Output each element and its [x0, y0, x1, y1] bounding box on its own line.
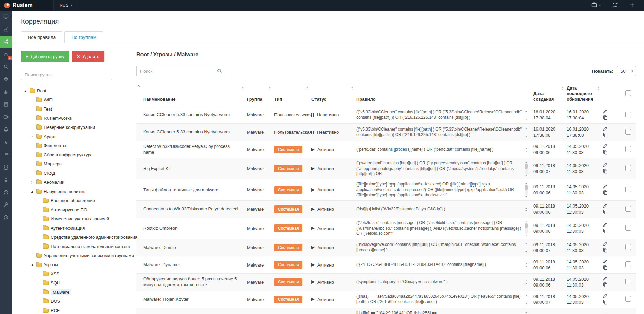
tree-item[interactable]: Test	[21, 104, 132, 114]
tree-item[interactable]: Malware	[21, 288, 132, 297]
scroll-up-icon[interactable]: ▲	[525, 127, 527, 129]
tree-item[interactable]: Аутентификация	[21, 223, 132, 233]
add-group-button[interactable]: + Добавить группу	[21, 51, 69, 62]
scroll-up-icon[interactable]: ▲	[525, 182, 527, 184]
row-checkbox[interactable]	[625, 129, 631, 135]
edit-icon[interactable]	[603, 276, 608, 282]
tree-caret-icon[interactable]: ◢	[30, 263, 34, 266]
scroll-down-icon[interactable]: ▼	[525, 282, 527, 285]
edit-icon[interactable]	[603, 203, 608, 209]
scroll-up-icon[interactable]: ▲	[525, 147, 527, 149]
copy-icon[interactable]	[603, 299, 608, 306]
tree-caret-icon[interactable]: ▷	[30, 135, 34, 138]
sort-carets-icon[interactable]: ▲▼	[351, 86, 353, 90]
scroll-down-icon[interactable]: ▼	[525, 135, 527, 138]
tree-item[interactable]: ◢Угрозы	[21, 260, 132, 269]
scroll-down-icon[interactable]: ▼	[525, 210, 527, 212]
language-dropdown[interactable]: RUS ▾	[54, 0, 78, 11]
edit-icon[interactable]	[603, 241, 608, 248]
sidebar-item-journal[interactable]	[0, 99, 12, 111]
scroll-up-icon[interactable]: ▲	[525, 110, 527, 112]
sort-carets-icon[interactable]: ▲▼	[242, 86, 244, 90]
row-checkbox[interactable]	[625, 244, 631, 250]
copy-icon[interactable]	[603, 150, 608, 156]
row-checkbox[interactable]	[625, 206, 631, 212]
tree-item[interactable]: Потенциально нежелательный контент	[21, 242, 132, 251]
column-header[interactable]: Дата создания▲▼	[531, 82, 564, 106]
sort-carets-icon[interactable]: ▲▼	[597, 86, 600, 90]
apps-menu-button[interactable]: ▾	[591, 2, 601, 9]
edit-icon[interactable]	[603, 162, 608, 169]
tree-caret-icon[interactable]: ◢	[30, 190, 34, 193]
tree-item[interactable]: WiFi	[21, 95, 132, 104]
scroll-up-icon[interactable]: ▲	[525, 220, 527, 223]
scroll-down-icon[interactable]: ▼	[525, 174, 527, 177]
sidebar-item-ban[interactable]	[0, 187, 12, 199]
rule-scrollbar[interactable]: ▲▼	[524, 147, 528, 152]
page-size-select[interactable]: 50 ▾	[617, 66, 636, 76]
scroll-up-icon[interactable]: ▲	[525, 161, 527, 163]
sidebar-item-correlation[interactable]	[0, 36, 12, 48]
tree-item[interactable]: XSS	[21, 269, 132, 278]
sidebar-item-list[interactable]	[0, 149, 12, 161]
column-header[interactable]: Группа▲▼	[244, 82, 271, 106]
rule-scrollbar[interactable]: ▲▼	[524, 182, 528, 198]
edit-icon[interactable]	[603, 184, 608, 190]
sidebar-item-bar-chart[interactable]	[0, 86, 12, 99]
tree-item[interactable]: DOS	[21, 297, 132, 306]
edit-icon[interactable]	[603, 143, 608, 150]
brand[interactable]: Rusiem	[0, 0, 54, 11]
scroll-down-icon[interactable]: ▼	[525, 150, 527, 152]
copy-icon[interactable]	[603, 209, 608, 215]
sidebar-item-euro[interactable]: €	[0, 136, 12, 149]
tree-item[interactable]: Rusiem-works	[21, 114, 132, 123]
scroll-down-icon[interactable]: ▼	[525, 302, 527, 305]
scroll-up-icon[interactable]: ▲	[525, 262, 527, 264]
scroll-down-icon[interactable]: ▼	[525, 234, 527, 236]
scroll-down-icon[interactable]: ▼	[525, 118, 527, 120]
row-checkbox[interactable]	[625, 279, 631, 284]
copy-icon[interactable]	[603, 248, 608, 254]
sidebar-item-fire[interactable]	[0, 174, 12, 187]
tree-item[interactable]: Маркеры	[21, 159, 132, 169]
tree-item[interactable]: ▷Аудит	[21, 132, 132, 141]
rule-scrollbar[interactable]: ▲▼	[524, 294, 528, 305]
scroll-down-icon[interactable]: ▼	[525, 196, 527, 198]
tree-item[interactable]: Внешнее обновление	[21, 196, 132, 205]
rule-scrollbar[interactable]: ▲▼	[524, 220, 528, 236]
sidebar-item-search[interactable]	[0, 61, 12, 74]
sidebar-item-wrench[interactable]	[0, 199, 12, 212]
copy-icon[interactable]	[603, 228, 608, 234]
row-checkbox[interactable]	[625, 146, 631, 152]
sidebar-item-video[interactable]	[0, 111, 12, 124]
tree-caret-icon[interactable]: ▷	[30, 180, 34, 184]
refresh-button[interactable]	[612, 2, 618, 9]
rule-scrollbar[interactable]: ▲▼	[524, 242, 528, 253]
tree-item[interactable]: Средства удаленного администрирования	[21, 233, 132, 242]
tree-item[interactable]: Фид-ленты	[21, 141, 132, 150]
copy-icon[interactable]	[603, 132, 608, 138]
tree-item[interactable]: SQLi	[21, 278, 132, 288]
edit-icon[interactable]	[603, 293, 608, 299]
rule-scrollbar[interactable]: ▲▼	[524, 311, 528, 314]
sidebar-item-database[interactable]	[0, 161, 12, 174]
tree-item[interactable]: Изменение учетных записей	[21, 214, 132, 223]
tree-caret-icon[interactable]: ◢	[23, 89, 27, 92]
row-checkbox[interactable]	[625, 261, 631, 267]
sidebar-item-line-chart[interactable]	[0, 23, 12, 36]
tree-item[interactable]: СКУД	[21, 169, 132, 178]
edit-icon[interactable]	[603, 126, 608, 132]
row-checkbox[interactable]	[625, 187, 631, 192]
tree-item[interactable]: Неверные конфигурации	[21, 123, 132, 132]
scroll-down-icon[interactable]: ▼	[525, 251, 527, 253]
tab-by-groups[interactable]: По группам	[64, 31, 103, 43]
tree-item[interactable]: Сбои в инфраструктуре	[21, 150, 132, 159]
scroll-up-icon[interactable]: ▲	[525, 279, 527, 282]
rule-scrollbar[interactable]: ▲▼	[524, 110, 528, 120]
row-checkbox[interactable]	[625, 165, 631, 171]
scroll-down-icon[interactable]: ▼	[525, 265, 527, 268]
edit-icon[interactable]	[603, 109, 608, 115]
scroll-up-icon[interactable]: ▲	[525, 294, 527, 296]
sidebar-item-bell[interactable]	[0, 124, 12, 136]
copy-icon[interactable]	[603, 265, 608, 271]
